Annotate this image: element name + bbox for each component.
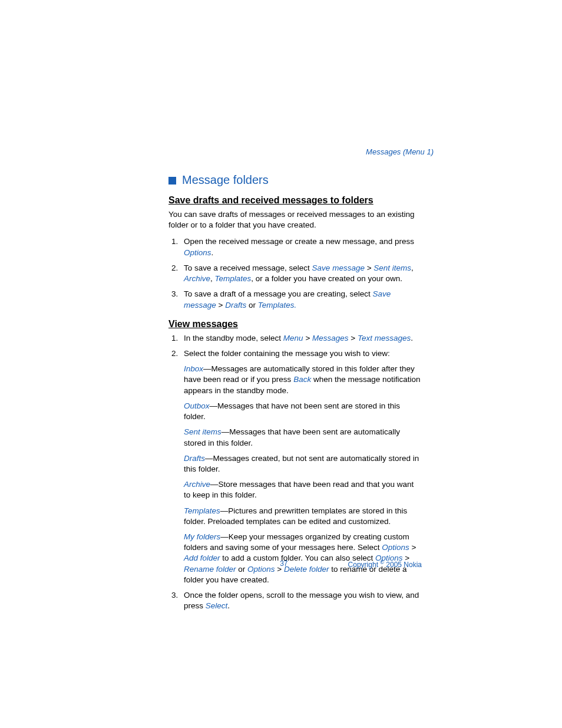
templates-link: Templates bbox=[215, 274, 252, 283]
list-item: To save a draft of a message you are cre… bbox=[180, 289, 422, 310]
drafts-desc: Drafts—Messages created, but not sent ar… bbox=[184, 453, 422, 475]
sent-items-link: Sent items bbox=[373, 263, 411, 272]
text: To save a draft of a message you are cre… bbox=[184, 289, 372, 298]
text: —Store messages that have been read and … bbox=[184, 480, 414, 499]
page-footer: 37 Copyright © 2005 Nokia bbox=[168, 559, 422, 569]
page-number: 37 bbox=[280, 559, 287, 568]
text: > bbox=[349, 334, 358, 342]
text: To save a received message, select bbox=[184, 263, 312, 272]
options-link: Options bbox=[184, 248, 211, 257]
my-folders-desc: My folders—Keep your messages organized … bbox=[184, 532, 422, 585]
text: > bbox=[409, 543, 416, 552]
sent-items-link: Sent items bbox=[184, 427, 222, 436]
copyright-text: Copyright © 2005 Nokia bbox=[348, 559, 422, 569]
square-bullet-icon bbox=[168, 177, 176, 185]
archive-link: Archive bbox=[184, 274, 210, 283]
list-item: To save a received message, select Save … bbox=[180, 263, 422, 284]
text: > bbox=[303, 334, 312, 342]
page-content: Messages (Menu 1) Message folders Save d… bbox=[168, 159, 422, 618]
list-item: Open the received message or create a ne… bbox=[180, 236, 422, 258]
templates-desc: Templates—Pictures and prewritten templa… bbox=[184, 506, 422, 527]
list-item: In the standby mode, select Menu > Messa… bbox=[180, 333, 422, 344]
text: . bbox=[411, 334, 413, 342]
select-link: Select bbox=[206, 601, 228, 610]
text-messages-link: Text messages bbox=[358, 334, 411, 342]
save-message-link: Save message bbox=[312, 263, 365, 272]
text: or bbox=[246, 301, 258, 309]
inbox-link: Inbox bbox=[184, 364, 203, 373]
save-steps-list: Open the received message or create a ne… bbox=[168, 236, 422, 310]
text: —Messages created, but not sent are auto… bbox=[184, 454, 419, 473]
outbox-link: Outbox bbox=[184, 401, 210, 410]
templates-link: Templates bbox=[184, 506, 220, 515]
text: > bbox=[365, 263, 373, 272]
text: —Messages that have not been sent are st… bbox=[184, 401, 400, 421]
text: . bbox=[227, 601, 230, 610]
text: Open the received message or create a ne… bbox=[184, 237, 414, 246]
text: 2005 Nokia bbox=[384, 561, 422, 569]
copyright-symbol: © bbox=[380, 559, 384, 565]
text: , bbox=[210, 274, 215, 283]
view-steps-list: In the standby mode, select Menu > Messa… bbox=[168, 333, 422, 612]
text: > bbox=[216, 301, 225, 309]
header-tag: Messages (Menu 1) bbox=[366, 147, 434, 156]
messages-link: Messages bbox=[312, 334, 349, 342]
subsection-title-view: View messages bbox=[168, 319, 422, 330]
sent-items-desc: Sent items—Messages that have been sent … bbox=[184, 427, 422, 448]
my-folders-link: My folders bbox=[184, 532, 220, 541]
back-link: Back bbox=[293, 375, 311, 384]
text: . bbox=[211, 248, 214, 257]
text: , bbox=[411, 263, 414, 272]
text: Copyright bbox=[348, 561, 381, 569]
text: , or a folder you have created on your o… bbox=[251, 274, 402, 283]
templates-link: Templates. bbox=[258, 301, 297, 309]
archive-link: Archive bbox=[184, 480, 210, 489]
inbox-desc: Inbox—Messages are automatically stored … bbox=[184, 364, 422, 396]
list-item: Once the folder opens, scroll to the mes… bbox=[180, 590, 422, 611]
subsection-title-save: Save drafts and received messages to fol… bbox=[168, 195, 422, 206]
options-link: Options bbox=[382, 543, 409, 552]
intro-paragraph: You can save drafts of messages or recei… bbox=[168, 209, 422, 230]
text: Select the folder containing the message… bbox=[184, 349, 390, 358]
drafts-link: Drafts bbox=[184, 454, 205, 463]
menu-link: Menu bbox=[283, 334, 303, 342]
outbox-desc: Outbox—Messages that have not been sent … bbox=[184, 401, 422, 422]
archive-desc: Archive—Store messages that have been re… bbox=[184, 479, 422, 500]
text: In the standby mode, select bbox=[184, 334, 283, 342]
section-title-text: Message folders bbox=[182, 173, 269, 187]
list-item: Select the folder containing the message… bbox=[180, 348, 422, 585]
drafts-link: Drafts bbox=[225, 301, 246, 309]
section-title: Message folders bbox=[168, 173, 422, 187]
